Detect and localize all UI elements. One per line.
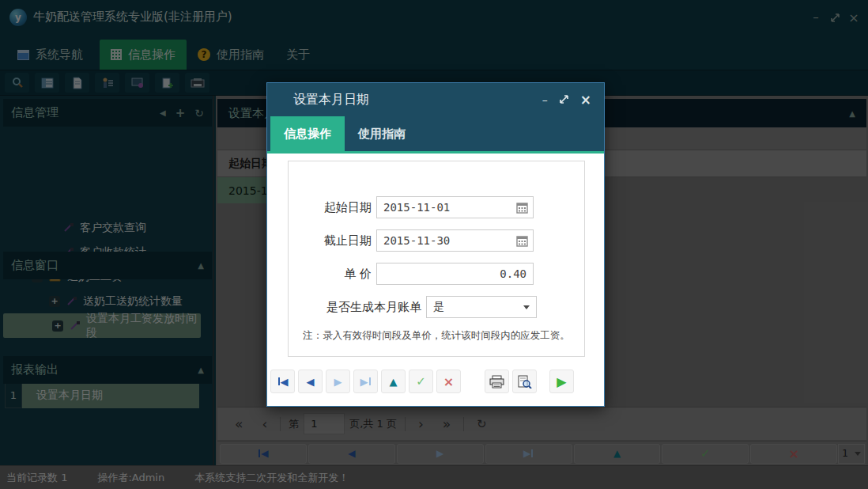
dialog-tab-bar: 信息操作 使用指南 [267, 116, 604, 151]
generate-bill-label: 是否生成本月账单 [296, 300, 421, 315]
unit-price-field [376, 263, 534, 285]
dialog-title: 设置本月日期 [293, 92, 369, 108]
run-button[interactable]: ▶ [549, 370, 574, 393]
calendar-icon[interactable] [516, 202, 528, 217]
unit-price-input[interactable] [377, 263, 533, 284]
select-value: 是 [433, 300, 444, 314]
dialog-tab-guide[interactable]: 使用指南 [345, 116, 419, 151]
cancel-button[interactable]: × [436, 370, 461, 393]
form-row-generate-bill: 是否生成本月账单 是 [296, 296, 576, 318]
first-record-icon: ◀ [281, 376, 289, 388]
end-date-field [376, 229, 534, 252]
next-record-icon: ▶ [334, 376, 342, 388]
app-window: y 牛奶配送管理系统专业版(非注册用户) – × 系统导航 信息操作 ? 使用指… [0, 0, 868, 489]
last-record-button[interactable]: ▶ [353, 370, 378, 393]
form-note: 注：录入有效得时间段及单价，统计该时间段内的应发工资。 [296, 329, 576, 343]
form-row-start-date: 起始日期 [296, 196, 576, 218]
start-date-input[interactable] [377, 197, 533, 218]
start-date-label: 起始日期 [296, 200, 372, 215]
form-row-end-date: 截止日期 [296, 229, 576, 252]
first-record-button[interactable]: ◀ [270, 370, 295, 393]
start-date-field [376, 196, 534, 218]
dialog-button-bar: ◀ ◀ ▶ ▶ ▲ ✓ × [270, 370, 577, 393]
bar-icon [369, 377, 371, 385]
end-date-label: 截止日期 [296, 233, 372, 248]
last-record-icon: ▶ [360, 376, 368, 388]
bar-icon [278, 377, 280, 385]
dialog-expand-button[interactable] [559, 94, 569, 106]
generate-bill-select[interactable]: 是 [426, 296, 537, 318]
dialog-close-button[interactable]: × [580, 93, 591, 107]
unit-price-label: 单 价 [296, 267, 372, 282]
end-date-input[interactable] [377, 230, 533, 251]
chevron-down-icon [523, 305, 530, 309]
print-preview-button[interactable] [512, 370, 537, 393]
expand-icon [559, 94, 569, 104]
prev-record-icon: ◀ [307, 376, 315, 388]
print-button[interactable] [485, 370, 509, 393]
prev-record-button[interactable]: ◀ [298, 370, 323, 393]
next-record-button[interactable]: ▶ [326, 370, 350, 393]
dialog-tab-info-ops[interactable]: 信息操作 [270, 116, 345, 151]
calendar-icon[interactable] [516, 235, 528, 250]
up-icon: ▲ [390, 376, 398, 388]
dialog-minimize-button[interactable]: – [542, 94, 548, 105]
play-icon: ▶ [557, 374, 566, 389]
dialog-body: 起始日期 截止日期 [267, 154, 604, 406]
dialog-title-bar: 设置本月日期 – × [267, 83, 604, 116]
set-month-dialog: 设置本月日期 – × 信息操作 使用指南 起始日期 [266, 82, 605, 407]
print-preview-icon [517, 375, 532, 389]
check-icon: ✓ [416, 374, 426, 389]
form-row-unit-price: 单 价 [296, 263, 576, 285]
printer-icon [489, 375, 504, 389]
confirm-button[interactable]: ✓ [409, 370, 433, 393]
up-button[interactable]: ▲ [381, 370, 406, 393]
cross-icon: × [443, 374, 454, 389]
form-box: 起始日期 截止日期 [288, 161, 585, 357]
